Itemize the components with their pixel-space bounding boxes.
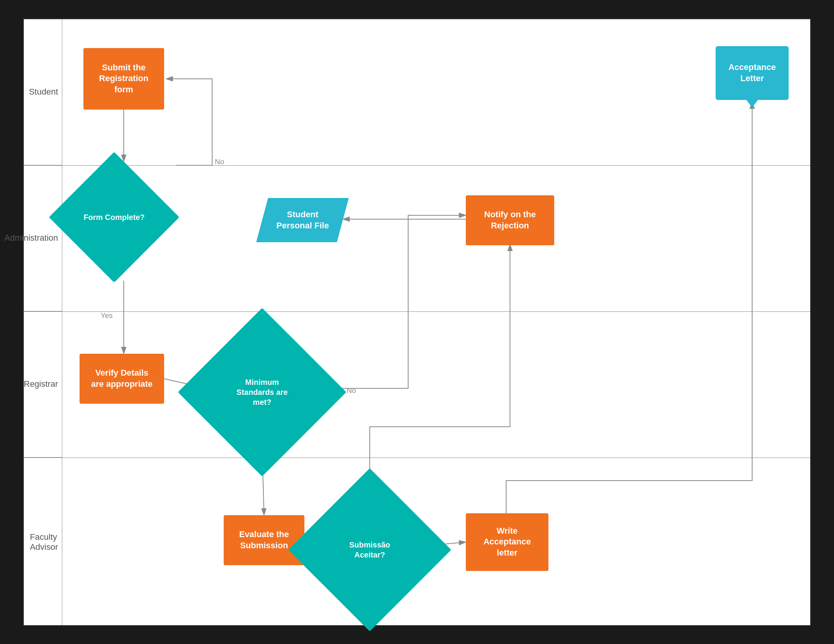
swimlane-labels: Student Administration Registrar Faculty… [24, 19, 62, 625]
form-complete-diamond: Form Complete? [68, 171, 160, 263]
label-no1: No [215, 158, 224, 166]
write-acceptance-rect: WriteAcceptanceletter [466, 513, 548, 571]
evaluate-submission-rect: Evaluate theSubmission [224, 515, 304, 565]
submit-form-rect: Submit theRegistrationform [83, 48, 164, 110]
swimlane-faculty: FacultyAdvisor [24, 458, 62, 627]
divider-2 [24, 311, 810, 312]
label-no2: No [347, 386, 356, 395]
acceptance-letter-callout: AcceptanceLetter [716, 46, 789, 100]
student-personal-file: StudentPersonal File [256, 198, 349, 242]
verify-details-rect: Verify Detailsare appropriate [80, 354, 164, 404]
submissao-aceitar-diamond: SubmissãoAceitar? [312, 492, 427, 607]
divider-3 [24, 458, 810, 458]
divider-1 [24, 165, 810, 166]
diagram-container: Student Administration Registrar Faculty… [23, 18, 811, 626]
minimum-standards-diamond: MinimumStandards aremet? [203, 333, 322, 452]
swimlane-administration: Administration [24, 165, 62, 311]
label-yes1: Yes [101, 311, 113, 320]
swimlane-student: Student [24, 19, 62, 165]
swimlane-registrar: Registrar [24, 311, 62, 458]
notify-rejection-rect: Notify on theRejection [466, 195, 554, 245]
